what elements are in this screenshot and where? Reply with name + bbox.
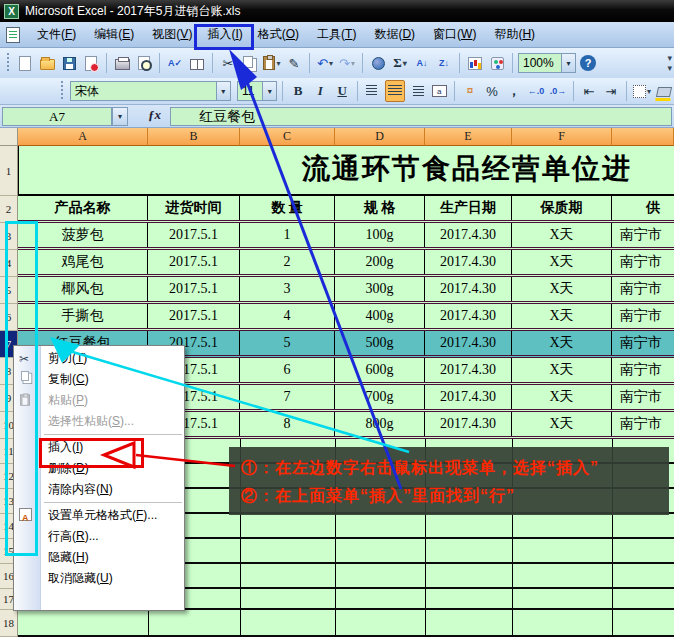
cell[interactable]: 2017.4.30 [425, 331, 512, 355]
cell[interactable]: 100g [335, 223, 425, 247]
cell[interactable]: 2017.5.1 [148, 304, 240, 328]
menu-format[interactable]: 格式(O) [249, 23, 308, 46]
font-name-dropdown-icon[interactable]: ▾ [216, 82, 230, 100]
font-name-combo[interactable]: 宋体 ▾ [70, 81, 231, 101]
zoom-dropdown-icon[interactable]: ▾ [561, 54, 575, 72]
zoom-combo[interactable]: 100% ▾ [518, 53, 576, 73]
comma-style-icon[interactable]: ， [504, 80, 524, 102]
cell[interactable]: 2017.4.30 [425, 385, 512, 409]
cell[interactable]: X天 [512, 412, 612, 436]
cell[interactable]: 椰风包 [18, 277, 148, 301]
context-menu-hide[interactable]: 隐藏(H) [14, 547, 184, 568]
context-menu-delete[interactable]: 删除(D) [14, 458, 184, 479]
cell[interactable]: 2017.4.30 [425, 304, 512, 328]
cell[interactable]: 南宁市 [612, 223, 674, 247]
cell[interactable]: 4 [240, 304, 335, 328]
cell[interactable]: 南宁市 [612, 412, 674, 436]
italic-icon[interactable]: I [310, 80, 330, 102]
increase-decimal-icon[interactable]: ←.0 [526, 80, 546, 102]
select-all-corner[interactable] [0, 128, 18, 146]
align-right-icon[interactable] [407, 80, 427, 102]
sort-ascending-icon[interactable]: A↓ [412, 52, 432, 74]
row-header-18[interactable]: 18 [0, 610, 18, 637]
column-header-g[interactable] [612, 128, 674, 146]
insert-function-icon[interactable]: ƒx [148, 107, 170, 123]
cell[interactable]: 2 [240, 250, 335, 274]
menu-help[interactable]: 帮助(H) [485, 23, 544, 46]
row-header-2[interactable]: 2 [0, 196, 18, 223]
formula-input[interactable]: 红豆餐包 [170, 107, 672, 126]
currency-style-icon[interactable]: ¤ [460, 80, 480, 102]
column-header-e[interactable]: E [425, 128, 512, 146]
cell[interactable]: 2017.4.30 [425, 277, 512, 301]
cell[interactable]: 7 [240, 385, 335, 409]
toolbar-grip[interactable] [5, 53, 10, 73]
column-header-f[interactable]: F [512, 128, 612, 146]
cell[interactable]: 3 [240, 277, 335, 301]
decrease-indent-icon[interactable]: ⇤ [579, 80, 599, 102]
context-menu-cut[interactable]: ✂ 剪切(T) [14, 348, 184, 369]
redo-icon[interactable]: ↷ [337, 52, 357, 74]
cell[interactable]: 2017.4.30 [425, 358, 512, 382]
fill-color-icon[interactable] [654, 80, 674, 102]
align-left-icon[interactable] [363, 80, 383, 102]
cell[interactable]: 南宁市 [612, 358, 674, 382]
cell[interactable]: 2017.4.30 [425, 250, 512, 274]
paste-icon[interactable] [262, 52, 282, 74]
cell[interactable]: 1 [240, 223, 335, 247]
bold-icon[interactable]: B [288, 80, 308, 102]
header-cell[interactable]: 保质期 [512, 196, 612, 220]
cell[interactable]: 2017.4.30 [425, 223, 512, 247]
cell[interactable]: 800g [335, 412, 425, 436]
cell[interactable]: 手撕包 [18, 304, 148, 328]
cell[interactable]: 南宁市 [612, 331, 674, 355]
borders-icon[interactable] [632, 80, 652, 102]
cell[interactable]: 600g [335, 358, 425, 382]
context-menu-clear-contents[interactable]: 清除内容(N) [14, 479, 184, 500]
context-menu-copy[interactable]: 复制(C) [14, 369, 184, 390]
cell[interactable]: 南宁市 [612, 250, 674, 274]
cell[interactable]: 6 [240, 358, 335, 382]
cell[interactable]: 500g [335, 331, 425, 355]
cell[interactable]: 400g [335, 304, 425, 328]
autosum-icon[interactable]: Σ [390, 52, 410, 74]
menu-view[interactable]: 视图(V) [143, 23, 201, 46]
menu-data[interactable]: 数据(D) [365, 23, 424, 46]
new-document-icon[interactable] [15, 52, 35, 74]
toolbar-grip[interactable] [60, 81, 65, 101]
cell[interactable]: 700g [335, 385, 425, 409]
cell[interactable]: 2017.5.1 [148, 277, 240, 301]
cell[interactable]: X天 [512, 331, 612, 355]
name-box[interactable]: A7 [2, 107, 112, 126]
cut-icon[interactable]: ✂ [218, 52, 238, 74]
header-cell[interactable]: 规 格 [335, 196, 425, 220]
format-painter-icon[interactable]: ✎ [284, 52, 304, 74]
cell[interactable]: 2017.4.30 [425, 412, 512, 436]
cell[interactable]: 200g [335, 250, 425, 274]
column-header-c[interactable]: C [240, 128, 335, 146]
permission-icon[interactable] [81, 52, 101, 74]
drawing-icon[interactable] [487, 52, 507, 74]
menu-tools[interactable]: 工具(T) [308, 23, 365, 46]
row-header-5[interactable]: 5 [0, 277, 18, 304]
increase-indent-icon[interactable]: ⇥ [601, 80, 621, 102]
cell[interactable]: X天 [512, 250, 612, 274]
context-menu-insert[interactable]: 插入(I) [14, 437, 184, 458]
font-size-combo[interactable]: 11 ▾ [237, 81, 277, 101]
cell[interactable]: X天 [512, 358, 612, 382]
cell[interactable]: 300g [335, 277, 425, 301]
hyperlink-icon[interactable] [368, 52, 388, 74]
cell[interactable]: X天 [512, 277, 612, 301]
cell[interactable]: 2017.5.1 [148, 250, 240, 274]
cell[interactable]: X天 [512, 223, 612, 247]
header-cell[interactable]: 供 [612, 196, 674, 220]
chart-wizard-icon[interactable] [465, 52, 485, 74]
header-cell[interactable]: 产品名称 [18, 196, 148, 220]
print-preview-icon[interactable] [134, 52, 154, 74]
cell[interactable]: X天 [512, 385, 612, 409]
column-header-d[interactable]: D [335, 128, 425, 146]
cell[interactable]: 8 [240, 412, 335, 436]
name-box-dropdown-icon[interactable]: ▾ [112, 107, 128, 126]
context-menu-unhide[interactable]: 取消隐藏(U) [14, 568, 184, 589]
decrease-decimal-icon[interactable]: .0→ [548, 80, 568, 102]
